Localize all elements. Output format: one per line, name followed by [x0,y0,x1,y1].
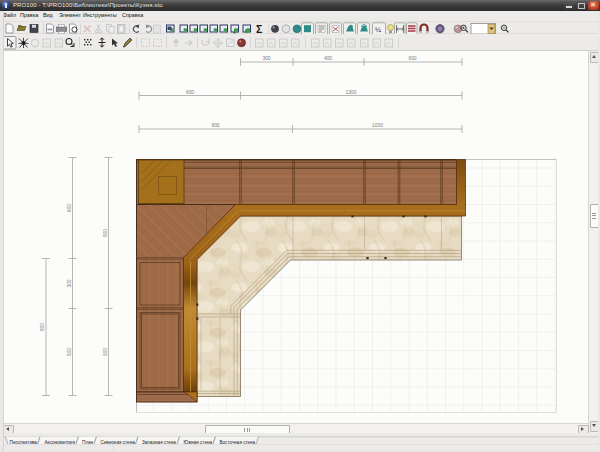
svg-text:300: 300 [66,279,71,287]
svg-text:1300: 1300 [345,89,356,94]
svg-text:600: 600 [185,89,193,94]
svg-text:1000: 1000 [372,123,383,128]
svg-text:Σ: Σ [256,23,262,35]
svg-text:900: 900 [211,123,219,128]
svg-text:500: 500 [102,347,107,355]
svg-text:¼: ¼ [375,26,381,33]
svg-text:600: 600 [408,56,416,61]
svg-text:600: 600 [66,203,71,211]
svg-text:400: 400 [323,56,331,61]
svg-text:900: 900 [102,228,107,236]
svg-text:500: 500 [66,347,71,355]
svg-text:800: 800 [40,322,45,330]
svg-text:300: 300 [262,56,270,61]
